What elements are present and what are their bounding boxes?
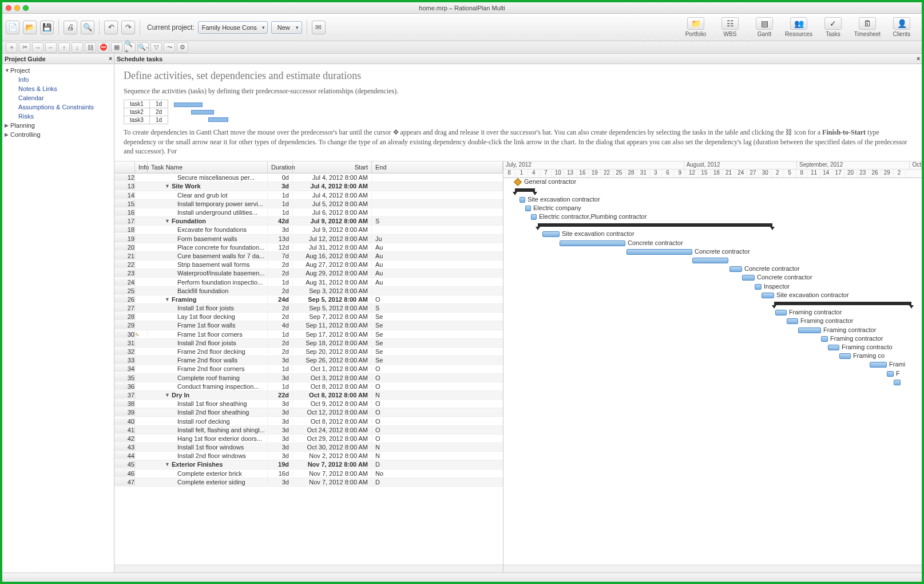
tree-leaf[interactable]: Assumptions & Constraints [2,102,114,112]
indent-button[interactable]: → [32,42,43,53]
task-bar[interactable] [828,345,839,350]
grid-h-scroll[interactable] [114,565,503,573]
table-row[interactable]: 42Hang 1st floor exterior doors...3dOct … [114,435,503,443]
tab-clients[interactable]: 👤Clients [885,17,918,37]
task-bar[interactable] [775,310,787,315]
gantt-h-scroll[interactable] [503,565,922,573]
move-up-button[interactable]: ↑ [58,42,70,53]
table-row[interactable]: 41Install felt, flashing and shingl...3d… [114,426,503,435]
table-row[interactable]: 12Secure miscellaneous per...0dJul 4, 20… [114,173,503,182]
table-row[interactable]: 18Excavate for foundations3dJul 9, 2012 … [114,226,503,234]
maximize-icon[interactable] [23,5,29,11]
table-row[interactable]: 15Install temporary power servi...1dJul … [114,200,503,208]
new-file-button[interactable]: 📄 [6,21,19,34]
new-project-button[interactable]: New [271,21,302,34]
col-header-end[interactable]: End [372,161,503,173]
table-row[interactable]: 19Form basement walls13dJul 12, 2012 8:0… [114,235,503,243]
tab-tasks[interactable]: ✓Tasks [816,17,850,37]
save-button[interactable]: 💾 [40,21,54,34]
task-bar[interactable] [626,249,692,255]
task-bar[interactable] [542,231,560,237]
chevron-down-icon[interactable]: ▼ [165,183,172,189]
grid-body[interactable]: 12Secure miscellaneous per...0dJul 4, 20… [114,173,503,565]
table-row[interactable]: 39Install 2nd floor sheathing3dOct 12, 2… [114,408,503,417]
col-header-duration[interactable]: Duration [268,161,293,173]
delete-task-button[interactable]: ✂ [19,42,30,53]
tree-node[interactable]: ▶ Controlling [2,130,114,139]
table-row[interactable]: 31Install 2nd floor joists2dSep 18, 2012… [114,339,503,348]
tab-wbs[interactable]: ☷WBS [713,17,747,37]
zoom-out-button[interactable]: 🔍- [137,42,149,53]
table-row[interactable]: 17▼Foundation42dJul 9, 2012 8:00 AMS [114,217,503,226]
task-bar[interactable] [839,353,851,359]
table-row[interactable]: 34Frame 2nd floor corners1dOct 1, 2012 8… [114,365,503,373]
gantt-body[interactable]: General contractorSite excavation contra… [503,178,922,565]
tree-leaf[interactable]: Notes & Links [2,84,114,93]
tree-node[interactable]: ▼ Project [2,66,114,75]
table-row[interactable]: 22Strip basement wall forms2dAug 27, 201… [114,261,503,269]
task-bar[interactable] [742,275,755,281]
redo-button[interactable]: ↷ [121,21,135,34]
undo-button[interactable]: ↶ [104,21,118,34]
task-bar[interactable] [821,336,828,342]
table-row[interactable]: 25Backfill foundation2dSep 3, 2012 8:00 … [114,287,503,295]
task-bar[interactable] [525,206,531,211]
table-row[interactable]: 46Complete exterior brick16dNov 7, 2012 … [114,469,503,478]
table-row[interactable]: 40Install roof decking3dOct 8, 2012 8:00… [114,417,503,425]
close-icon[interactable] [6,5,11,11]
table-row[interactable]: 29Frame 1st floor walls4dSep 11, 2012 8:… [114,321,503,330]
move-down-button[interactable]: ↓ [72,42,83,53]
table-row[interactable]: 47Complete exterior siding3dNov 7, 2012 … [114,478,503,487]
zoom-in-button[interactable]: 🔍+ [124,42,136,53]
table-row[interactable]: 45▼Exterior Finishes19dNov 7, 2012 8:00 … [114,460,503,469]
tab-portfolio[interactable]: 📁Portfolio [679,17,712,37]
print-preview-button[interactable]: 🔍 [81,21,94,34]
task-bar[interactable] [787,318,798,324]
summary-bar[interactable] [538,223,772,227]
settings-button[interactable]: ⚙ [177,42,188,53]
unlink-button[interactable]: ⛔ [98,42,109,53]
task-bar[interactable] [887,371,894,377]
table-row[interactable]: 13▼Site Work3dJul 4, 2012 8:00 AM [114,182,503,191]
open-file-button[interactable]: 📂 [23,21,37,34]
close-panel-icon[interactable]: × [917,56,920,62]
table-row[interactable]: 14Clear and grub lot1dJul 4, 2012 8:00 A… [114,191,503,200]
tree-leaf[interactable]: Calendar [2,93,114,102]
task-bar[interactable] [894,380,901,385]
columns-button[interactable]: ▦ [111,42,122,53]
task-bar[interactable] [560,240,625,246]
tab-timesheet[interactable]: 🗓Timesheet [851,17,884,37]
table-row[interactable]: 32Frame 2nd floor decking2dSep 20, 2012 … [114,348,503,356]
link-button[interactable]: ⛓ [85,42,96,53]
tree-leaf[interactable]: Info [2,75,114,84]
task-bar[interactable] [692,258,728,263]
table-row[interactable]: 33Frame 2nd floor walls3dSep 26, 2012 8:… [114,356,503,365]
table-row[interactable]: 16Install underground utilities...1dJul … [114,208,503,217]
tree-node[interactable]: ▶ Planning [2,121,114,130]
table-row[interactable]: 23Waterproof/insulate basemen...2dAug 29… [114,269,503,278]
print-button[interactable]: 🖨 [64,21,77,34]
table-row[interactable]: 27Install 1st floor joists2dSep 5, 2012 … [114,304,503,313]
table-row[interactable]: 21Cure basement walls for 7 da...7dAug 1… [114,252,503,261]
table-row[interactable]: 30✎Frame 1st floor corners1dSep 17, 2012… [114,330,503,339]
table-row[interactable]: 38Install 1st floor sheathing3dOct 9, 20… [114,400,503,408]
task-bar[interactable] [798,327,821,333]
task-bar[interactable] [531,214,537,220]
table-row[interactable]: 43Install 1st floor windows3dOct 30, 201… [114,443,503,452]
milestone[interactable] [514,178,522,186]
table-row[interactable]: 36Conduct framing inspection...1dOct 8, … [114,382,503,391]
chevron-down-icon[interactable]: ▼ [165,218,172,224]
mail-button[interactable]: ✉ [312,21,326,34]
chevron-down-icon[interactable]: ▼ [165,461,172,467]
table-row[interactable]: 37▼Dry In22dOct 8, 2012 8:00 AMN [114,391,503,400]
task-bar[interactable] [755,284,762,290]
table-row[interactable]: 20Place concrete for foundation...12dJul… [114,243,503,252]
table-row[interactable]: 26▼Framing24dSep 5, 2012 8:00 AMO [114,295,503,304]
goto-button[interactable]: ⤳ [164,42,175,53]
tab-resources[interactable]: 👥Resources [782,17,815,37]
filter-button[interactable]: ▽ [150,42,162,53]
col-header-start[interactable]: Start [293,161,372,173]
table-row[interactable]: 35Complete roof framing3dOct 3, 2012 8:0… [114,374,503,382]
col-header-row[interactable] [114,161,135,173]
outdent-button[interactable]: ← [45,42,57,53]
